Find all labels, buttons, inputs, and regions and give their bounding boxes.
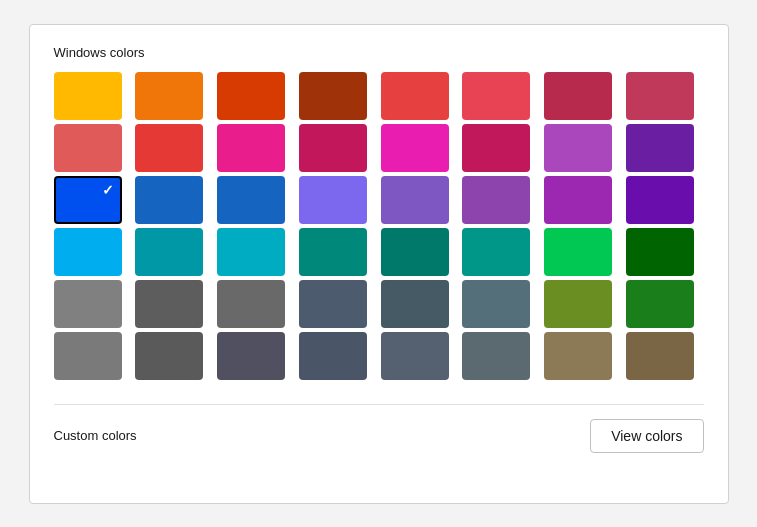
color-swatch-3-0[interactable]	[54, 228, 122, 276]
color-swatch-1-4[interactable]	[381, 124, 449, 172]
color-swatch-0-4[interactable]	[381, 72, 449, 120]
windows-colors-title: Windows colors	[54, 45, 704, 60]
color-swatch-1-5[interactable]	[462, 124, 530, 172]
color-swatch-4-0[interactable]	[54, 280, 122, 328]
color-swatch-0-0[interactable]	[54, 72, 122, 120]
color-swatch-4-7[interactable]	[626, 280, 694, 328]
color-swatch-3-1[interactable]	[135, 228, 203, 276]
color-swatch-1-6[interactable]	[544, 124, 612, 172]
color-swatch-5-4[interactable]	[381, 332, 449, 380]
color-swatch-3-7[interactable]	[626, 228, 694, 276]
color-swatch-0-1[interactable]	[135, 72, 203, 120]
color-swatch-2-3[interactable]	[299, 176, 367, 224]
color-swatch-2-5[interactable]	[462, 176, 530, 224]
color-swatch-3-5[interactable]	[462, 228, 530, 276]
color-swatch-4-4[interactable]	[381, 280, 449, 328]
color-swatch-0-3[interactable]	[299, 72, 367, 120]
color-swatch-5-3[interactable]	[299, 332, 367, 380]
footer: Custom colors View colors	[54, 419, 704, 453]
color-swatch-1-0[interactable]	[54, 124, 122, 172]
color-swatch-3-2[interactable]	[217, 228, 285, 276]
color-swatch-2-1[interactable]	[135, 176, 203, 224]
color-picker-panel: Windows colors Custom colors View colors	[29, 24, 729, 504]
color-swatch-4-2[interactable]	[217, 280, 285, 328]
color-swatch-0-2[interactable]	[217, 72, 285, 120]
custom-colors-label: Custom colors	[54, 428, 137, 443]
color-swatch-5-1[interactable]	[135, 332, 203, 380]
color-swatch-5-6[interactable]	[544, 332, 612, 380]
color-swatch-5-2[interactable]	[217, 332, 285, 380]
color-swatch-1-3[interactable]	[299, 124, 367, 172]
color-swatch-0-5[interactable]	[462, 72, 530, 120]
color-swatch-2-0[interactable]	[54, 176, 122, 224]
color-swatch-4-1[interactable]	[135, 280, 203, 328]
view-colors-button[interactable]: View colors	[590, 419, 703, 453]
color-swatch-1-1[interactable]	[135, 124, 203, 172]
divider	[54, 404, 704, 405]
color-swatch-5-7[interactable]	[626, 332, 694, 380]
color-swatch-0-6[interactable]	[544, 72, 612, 120]
color-swatch-3-3[interactable]	[299, 228, 367, 276]
color-grid	[54, 72, 704, 380]
color-swatch-4-6[interactable]	[544, 280, 612, 328]
color-swatch-5-0[interactable]	[54, 332, 122, 380]
color-swatch-2-7[interactable]	[626, 176, 694, 224]
color-swatch-3-4[interactable]	[381, 228, 449, 276]
color-swatch-0-7[interactable]	[626, 72, 694, 120]
color-swatch-1-7[interactable]	[626, 124, 694, 172]
color-swatch-2-6[interactable]	[544, 176, 612, 224]
color-swatch-4-3[interactable]	[299, 280, 367, 328]
color-swatch-1-2[interactable]	[217, 124, 285, 172]
color-swatch-4-5[interactable]	[462, 280, 530, 328]
color-swatch-2-4[interactable]	[381, 176, 449, 224]
color-swatch-5-5[interactable]	[462, 332, 530, 380]
color-swatch-3-6[interactable]	[544, 228, 612, 276]
color-swatch-2-2[interactable]	[217, 176, 285, 224]
